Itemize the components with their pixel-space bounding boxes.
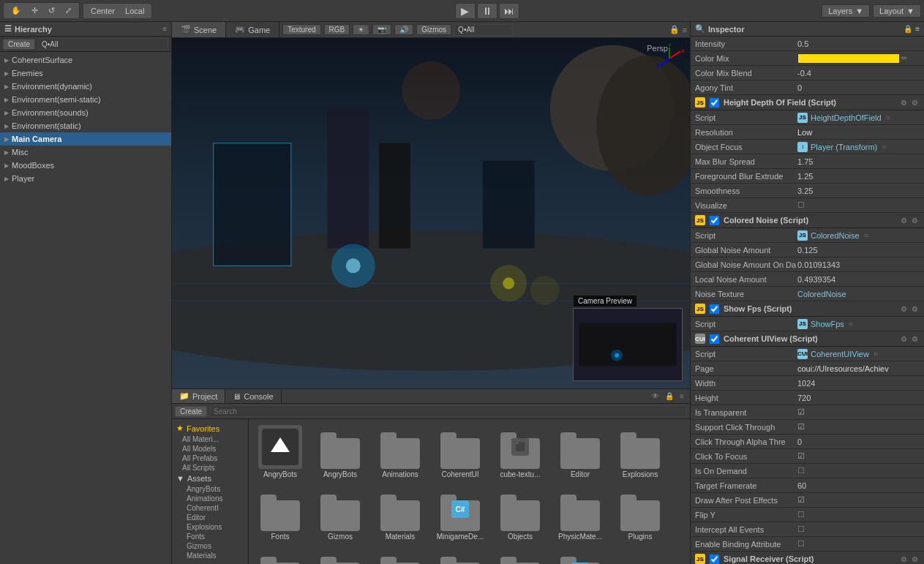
- section-toggle[interactable]: [710, 98, 719, 108]
- scene-tab[interactable]: 🎬 Scene: [172, 22, 226, 37]
- insp-value-script[interactable]: CoherentUIView: [811, 350, 869, 358]
- inspector-lock-icon[interactable]: 🔒: [904, 25, 912, 33]
- insp-value-objectfocus[interactable]: Player (Transform): [811, 143, 877, 151]
- rotate-tool-btn[interactable]: ↺: [44, 4, 59, 17]
- asset-item-physicmat[interactable]: PhysicMate...: [552, 484, 609, 544]
- lock-icon[interactable]: 🔒: [664, 392, 675, 400]
- gizmos-btn[interactable]: Gizmos: [416, 24, 451, 35]
- project-search[interactable]: [210, 405, 687, 417]
- asset-item-shaders[interactable]: Shaders: [492, 546, 549, 564]
- color-picker-icon[interactable]: ✏: [900, 54, 909, 62]
- insp-value-maxblur[interactable]: 1.75: [797, 157, 920, 166]
- list-item[interactable]: ▶ MoodBoxes: [0, 159, 171, 172]
- asset-item-angrybots[interactable]: AngryBots: [312, 422, 369, 481]
- insp-value-script[interactable]: ShowFps: [811, 320, 844, 328]
- eye-icon[interactable]: 👁: [650, 392, 661, 400]
- asset-item-editor[interactable]: Editor: [552, 422, 609, 481]
- insp-value-colormixblend[interactable]: -0.4: [797, 69, 920, 78]
- section-settings-icon[interactable]: ⚙: [899, 99, 909, 107]
- scale-tool-btn[interactable]: ⤢: [61, 4, 76, 17]
- sidebar-item-all-models[interactable]: All Models: [172, 444, 248, 454]
- sidebar-item-angrybots[interactable]: AngryBots: [172, 484, 248, 494]
- insp-value-clickthrough-alpha[interactable]: 0: [797, 437, 920, 446]
- sidebar-item-animations[interactable]: Animations: [172, 494, 248, 503]
- sidebar-item-all-prefabs[interactable]: All Prefabs: [172, 454, 248, 463]
- insp-checkbox-interceptall[interactable]: [797, 524, 805, 534]
- script-link-icon[interactable]: ○: [884, 113, 892, 121]
- move-tool-btn[interactable]: ✛: [27, 4, 42, 17]
- insp-value-smoothness[interactable]: 3.25: [797, 187, 920, 195]
- list-item[interactable]: ▶ Environment(semi-static): [0, 93, 171, 106]
- section-gear-icon[interactable]: ⚙: [910, 217, 920, 225]
- section-coherent-uiview[interactable]: CUI Coherent UIView (Script) ⚙ ⚙: [691, 331, 924, 347]
- insp-checkbox-flipy[interactable]: [797, 510, 805, 519]
- list-item[interactable]: ▶ Main Camera: [0, 132, 171, 146]
- hierarchy-search[interactable]: [38, 38, 168, 50]
- asset-item-explosions[interactable]: Explosions: [612, 422, 669, 481]
- section-height-depth[interactable]: JS Height Depth Of Field (Script) ⚙ ⚙: [691, 95, 924, 110]
- asset-item-plugins[interactable]: Plugins: [612, 484, 669, 544]
- section-gear-icon[interactable]: ⚙: [910, 305, 920, 313]
- asset-item-gizmos[interactable]: Gizmos: [312, 484, 369, 544]
- insp-value-resolution[interactable]: Low: [797, 128, 920, 137]
- insp-value-globalnoisedb[interactable]: 0.01091343: [797, 260, 920, 269]
- script-link-icon[interactable]: ○: [847, 320, 854, 328]
- insp-checkbox-enablebinding[interactable]: [797, 539, 805, 549]
- asset-item-prefabs[interactable]: Prefabs: [252, 546, 309, 564]
- insp-checkbox-clicktofocus[interactable]: [797, 451, 805, 461]
- asset-item-minigame[interactable]: C# MinigameDe...: [432, 484, 489, 544]
- asset-item-scenes[interactable]: Scenes: [372, 546, 429, 564]
- insp-value-height[interactable]: 720: [797, 394, 920, 402]
- project-create-btn[interactable]: Create: [175, 406, 207, 417]
- insp-value-script[interactable]: HeightDepthOfField: [811, 113, 882, 122]
- sidebar-item-fonts[interactable]: Fonts: [172, 532, 248, 541]
- list-item[interactable]: ▶ Environment(static): [0, 119, 171, 132]
- layout-dropdown[interactable]: Layout ▼: [873, 4, 921, 18]
- section-toggle[interactable]: [710, 304, 719, 314]
- asset-item-coherentui[interactable]: CoherentUI: [432, 422, 489, 481]
- section-gear-icon[interactable]: ⚙: [910, 555, 920, 563]
- script-link-icon[interactable]: ○: [863, 231, 870, 239]
- insp-value-agonytint[interactable]: 0: [797, 83, 920, 92]
- insp-value-noisetex[interactable]: ColoredNoise: [797, 290, 920, 298]
- section-signal-receiver[interactable]: JS Signal Receiver (Script) ⚙ ⚙: [691, 552, 924, 564]
- insp-checkbox-supportclick[interactable]: [797, 422, 805, 432]
- list-item[interactable]: ▶ Environment(dynamic): [0, 80, 171, 93]
- sound-btn[interactable]: 🔊: [394, 24, 413, 35]
- sidebar-item-editor[interactable]: Editor: [172, 513, 248, 522]
- pause-button[interactable]: ⏸: [477, 3, 497, 19]
- asset-item-scripts[interactable]: Scripts: [432, 546, 489, 564]
- section-settings-icon[interactable]: ⚙: [899, 305, 909, 313]
- section-toggle[interactable]: [710, 216, 719, 225]
- color-mix-swatch[interactable]: [797, 53, 900, 64]
- lock-icon[interactable]: 🔒: [669, 25, 680, 34]
- scene-search[interactable]: [454, 24, 513, 36]
- insp-value-targetfps[interactable]: 60: [797, 481, 920, 490]
- sidebar-item-explosions[interactable]: Explosions: [172, 522, 248, 532]
- insp-checkbox-drawafter[interactable]: [797, 495, 805, 505]
- section-settings-icon[interactable]: ⚙: [899, 555, 909, 563]
- asset-item-fonts[interactable]: Fonts: [252, 484, 309, 544]
- section-settings-icon[interactable]: ⚙: [899, 335, 909, 343]
- asset-item-materials[interactable]: Materials: [372, 484, 429, 544]
- asset-item-objects[interactable]: Objects: [492, 484, 549, 544]
- center-btn[interactable]: Center: [86, 5, 119, 17]
- hand-tool-btn[interactable]: ✋: [7, 4, 26, 17]
- sidebar-item-gizmos[interactable]: Gizmos: [172, 541, 248, 551]
- list-item[interactable]: ▶ Environment(sounds): [0, 106, 171, 119]
- section-settings-icon[interactable]: ⚙: [899, 217, 909, 225]
- insp-value-intensity[interactable]: 0.5: [797, 40, 920, 48]
- layers-dropdown[interactable]: Layers ▼: [822, 4, 870, 18]
- insp-value-width[interactable]: 1024: [797, 379, 920, 388]
- asset-item-angrybots-unity[interactable]: AngryBots: [252, 422, 309, 481]
- hierarchy-create-btn[interactable]: Create: [3, 39, 35, 50]
- section-gear-icon[interactable]: ⚙: [910, 335, 920, 343]
- step-button[interactable]: ⏭: [499, 3, 519, 19]
- sidebar-item-coherent[interactable]: CoherentI: [172, 503, 248, 513]
- local-btn[interactable]: Local: [121, 5, 149, 17]
- section-gear-icon[interactable]: ⚙: [910, 99, 920, 107]
- asset-item-animations[interactable]: Animations: [372, 422, 429, 481]
- list-item[interactable]: ▶ Enemies: [0, 67, 171, 80]
- insp-value-fgblur[interactable]: 1.25: [797, 172, 920, 181]
- list-item[interactable]: ▶ Misc: [0, 146, 171, 159]
